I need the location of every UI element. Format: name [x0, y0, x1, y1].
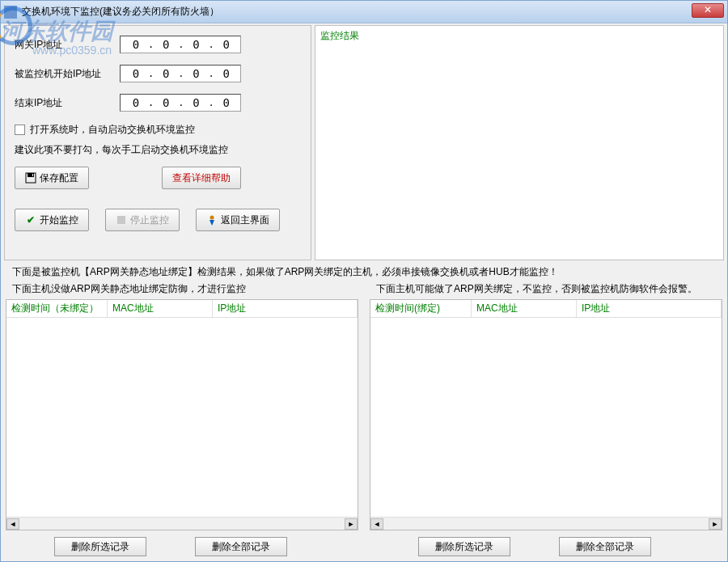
unbound-list: 检测时间（未绑定） MAC地址 IP地址 ◄ ► — [6, 299, 358, 530]
end-ip-row: 结束IP地址 . . . — [15, 94, 301, 112]
autostart-checkbox-row[interactable]: 打开系统时，自动启动交换机环境监控 — [15, 123, 301, 137]
bound-list: 检测时间(绑定) MAC地址 IP地址 ◄ ► — [370, 299, 722, 530]
ip-octet[interactable] — [154, 67, 178, 80]
checkbox-icon[interactable] — [15, 125, 25, 135]
ip-octet[interactable] — [124, 96, 148, 109]
start-monitor-button[interactable]: ✔ 开始监控 — [15, 209, 89, 231]
scroll-right-icon[interactable]: ► — [345, 518, 358, 530]
ip-octet[interactable] — [154, 38, 178, 51]
person-icon — [206, 214, 218, 226]
end-ip-input[interactable]: . . . — [120, 94, 241, 112]
start-ip-input[interactable]: . . . — [120, 65, 241, 82]
unbound-buttons: 删除所选记录 删除全部记录 — [6, 530, 358, 556]
ip-octet[interactable] — [184, 67, 208, 80]
return-main-button[interactable]: 返回主界面 — [196, 209, 280, 231]
bound-buttons: 删除所选记录 删除全部记录 — [370, 530, 722, 556]
gateway-row: 网关IP地址 . . . — [15, 36, 301, 53]
stop-label: 停止监控 — [130, 213, 169, 227]
delete-selected-button[interactable]: 删除所选记录 — [418, 537, 510, 556]
hint-text: 建议此项不要打勾，每次手工启动交换机环境监控 — [15, 143, 301, 157]
arp-note: 下面是被监控机【ARP网关静态地址绑定】检测结果，如果做了ARP网关绑定的主机，… — [1, 262, 727, 281]
app-icon — [4, 6, 17, 19]
scroll-left-icon[interactable]: ◄ — [6, 518, 19, 530]
stop-icon — [116, 214, 127, 226]
main-window: 交换机环境下监控(建议务必关闭所有防火墙） ✕ 河东软件园 www.pc0359… — [0, 0, 728, 562]
start-label: 开始监控 — [40, 213, 78, 227]
unbound-caption: 下面主机没做ARP网关静态地址绑定防御，才进行监控 — [6, 281, 358, 299]
col-ip[interactable]: IP地址 — [213, 300, 358, 317]
check-icon: ✔ — [25, 214, 36, 226]
bound-header: 检测时间(绑定) MAC地址 IP地址 — [370, 300, 722, 318]
ip-octet[interactable] — [184, 38, 208, 51]
autostart-label: 打开系统时，自动启动交换机环境监控 — [30, 123, 195, 137]
ip-octet[interactable] — [124, 67, 148, 80]
help-label: 查看详细帮助 — [172, 171, 231, 185]
window-title: 交换机环境下监控(建议务必关闭所有防火墙） — [22, 5, 219, 19]
bound-body[interactable] — [370, 318, 722, 517]
ip-octet[interactable] — [214, 38, 239, 51]
gateway-label: 网关IP地址 — [15, 38, 120, 52]
config-buttons: 保存配置 查看详细帮助 — [15, 167, 301, 189]
unbound-list-wrapper: 下面主机没做ARP网关静态地址绑定防御，才进行监控 检测时间（未绑定） MAC地… — [6, 281, 358, 556]
ip-octet[interactable] — [124, 38, 148, 51]
delete-all-button[interactable]: 删除全部记录 — [195, 537, 287, 556]
scroll-left-icon[interactable]: ◄ — [370, 518, 383, 530]
unbound-body[interactable] — [6, 318, 358, 517]
start-ip-row: 被监控机开始IP地址 . . . — [15, 65, 301, 82]
ip-octet[interactable] — [214, 96, 239, 109]
svg-point-4 — [210, 216, 214, 220]
bottom-panels: 下面主机没做ARP网关静态地址绑定防御，才进行监控 检测时间（未绑定） MAC地… — [1, 281, 727, 561]
save-label: 保存配置 — [40, 171, 78, 185]
return-label: 返回主界面 — [221, 213, 269, 227]
svg-rect-2 — [32, 174, 33, 176]
save-config-button[interactable]: 保存配置 — [15, 167, 89, 189]
svg-rect-3 — [117, 216, 125, 224]
delete-selected-button[interactable]: 删除所选记录 — [54, 537, 146, 556]
ip-octet[interactable] — [154, 96, 178, 109]
save-icon — [25, 172, 36, 184]
help-button[interactable]: 查看详细帮助 — [162, 167, 241, 189]
titlebar[interactable]: 交换机环境下监控(建议务必关闭所有防火墙） ✕ — [1, 1, 727, 23]
monitor-result-title: 监控结果 — [320, 29, 359, 43]
config-panel: 网关IP地址 . . . 被监控机开始IP地址 . . . — [4, 25, 311, 260]
h-scrollbar[interactable]: ◄ ► — [6, 517, 358, 530]
monitor-result-panel: 监控结果 — [315, 25, 724, 260]
unbound-header: 检测时间（未绑定） MAC地址 IP地址 — [6, 300, 358, 318]
ip-octet[interactable] — [214, 67, 239, 80]
stop-monitor-button: 停止监控 — [105, 209, 180, 231]
body: 网关IP地址 . . . 被监控机开始IP地址 . . . — [1, 23, 727, 561]
col-time[interactable]: 检测时间（未绑定） — [6, 300, 108, 317]
bound-list-wrapper: 下面主机可能做了ARP网关绑定，不监控，否则被监控机防御软件会报警。 检测时间(… — [370, 281, 722, 556]
scroll-right-icon[interactable]: ► — [709, 518, 722, 530]
col-time[interactable]: 检测时间(绑定) — [370, 300, 472, 317]
col-mac[interactable]: MAC地址 — [472, 300, 577, 317]
ip-octet[interactable] — [184, 96, 208, 109]
col-mac[interactable]: MAC地址 — [108, 300, 213, 317]
h-scrollbar[interactable]: ◄ ► — [370, 517, 722, 530]
start-ip-label: 被监控机开始IP地址 — [15, 67, 120, 81]
col-ip[interactable]: IP地址 — [577, 300, 722, 317]
end-ip-label: 结束IP地址 — [15, 96, 120, 110]
monitor-buttons: ✔ 开始监控 停止监控 返回主界面 — [15, 209, 301, 231]
delete-all-button[interactable]: 删除全部记录 — [559, 537, 651, 556]
top-panels: 网关IP地址 . . . 被监控机开始IP地址 . . . — [1, 23, 727, 262]
close-button[interactable]: ✕ — [692, 3, 724, 18]
bound-caption: 下面主机可能做了ARP网关绑定，不监控，否则被监控机防御软件会报警。 — [370, 281, 722, 299]
gateway-ip-input[interactable]: . . . — [120, 36, 241, 53]
